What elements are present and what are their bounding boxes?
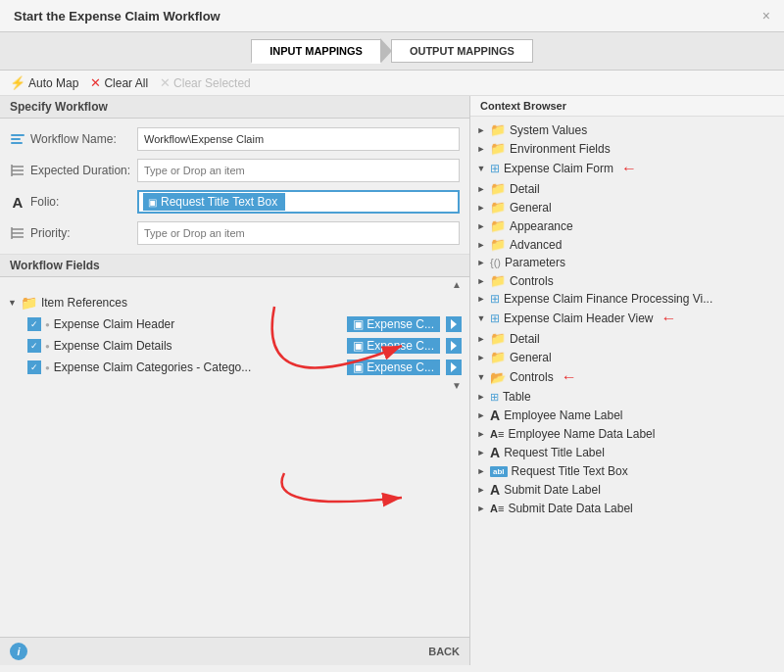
ctx-label: General — [510, 201, 552, 215]
doc-icon: ⊞ — [490, 312, 500, 325]
chip-arrow-button[interactable] — [446, 360, 462, 375]
ctx-general-1[interactable]: ► 📁 General — [470, 198, 784, 216]
ctx-label: Parameters — [505, 256, 565, 269]
folder-icon: 📁 — [490, 122, 506, 137]
ctx-label: Controls — [510, 274, 554, 288]
expected-duration-input[interactable] — [137, 159, 460, 182]
clear-all-label: Clear All — [104, 76, 148, 90]
chip-arrow-button[interactable] — [446, 338, 462, 354]
expand-icon: ► — [476, 144, 486, 154]
clear-all-button[interactable]: ✕ Clear All — [90, 75, 148, 90]
auto-map-icon: ⚡ — [10, 75, 25, 90]
ctx-label: Detail — [510, 332, 540, 346]
expand-icon: ▼ — [476, 164, 486, 173]
svg-rect-1 — [11, 138, 21, 140]
folder-icon: 📁 — [490, 273, 506, 288]
ctx-request-title-label[interactable]: ► A Request Title Label — [470, 443, 784, 462]
tab-output-mappings[interactable]: OUTPUT MAPPINGS — [391, 39, 533, 63]
ctx-submit-date-label[interactable]: ► A Submit Date Label — [470, 480, 784, 500]
expand-icon: ► — [476, 258, 486, 267]
duration-icon — [10, 163, 25, 178]
ctx-expense-claim-finance[interactable]: ► ⊞ Expense Claim Finance Processing Vi.… — [470, 290, 784, 308]
red-arrow-indicator: ← — [662, 310, 677, 327]
expand-icon: ► — [476, 221, 486, 231]
ctx-employee-name-label[interactable]: ► A Employee Name Label — [470, 406, 784, 425]
workflow-name-input[interactable] — [137, 127, 460, 151]
priority-row: Priority: — [10, 220, 460, 246]
ctx-label: Advanced — [510, 238, 562, 252]
doc-icon: ⊞ — [490, 162, 500, 175]
form-area: Workflow Name: Expected Duration: A — [0, 119, 469, 255]
ctx-label: Submit Date Data Label — [508, 502, 632, 515]
ctx-expense-claim-form[interactable]: ▼ ⊞ Expense Claim Form ← — [470, 158, 784, 179]
tree-item-expense-claim-categories[interactable]: ✓ ● Expense Claim Categories - Catego...… — [0, 357, 469, 378]
ctx-label: Employee Name Data Label — [508, 427, 655, 441]
ctx-request-title-textbox[interactable]: ► abl Request Title Text Box — [470, 462, 784, 480]
close-button[interactable]: × — [762, 8, 770, 24]
ctx-label: Employee Name Label — [504, 408, 622, 422]
a-list-icon: A≡ — [490, 503, 504, 514]
tree-item-expense-claim-header[interactable]: ✓ ● Expense Claim Header ▣ Expense C... — [0, 313, 469, 335]
context-tree: ► 📁 System Values ► 📁 Environment Fields… — [470, 117, 784, 665]
ctx-advanced[interactable]: ► 📁 Advanced — [470, 235, 784, 254]
chip-label: Request Title Text Box — [161, 195, 277, 209]
ctx-detail-2[interactable]: ► 📁 Detail — [470, 329, 784, 348]
ctx-parameters[interactable]: ► {() Parameters — [470, 254, 784, 271]
tree-item-label: Item References — [41, 296, 127, 310]
tree-item-label: Expense Claim Details — [54, 339, 172, 353]
ctx-detail-1[interactable]: ► 📁 Detail — [470, 179, 784, 198]
scroll-up-button[interactable]: ▲ — [452, 279, 462, 290]
item-chip: ▣ Expense C... — [347, 338, 440, 354]
expected-duration-label: Expected Duration: — [10, 163, 137, 178]
ctx-system-values[interactable]: ► 📁 System Values — [470, 120, 784, 139]
left-panel: Specify Workflow Workflow Name: — [0, 96, 470, 665]
folder-open-icon: 📂 — [490, 370, 506, 385]
ctx-label: Request Title Label — [504, 446, 605, 459]
priority-input[interactable] — [137, 221, 460, 245]
clear-all-icon: ✕ — [90, 75, 101, 90]
expand-icon: ► — [476, 276, 486, 286]
ctx-appearance[interactable]: ► 📁 Appearance — [470, 216, 784, 235]
ctx-expense-claim-header-view[interactable]: ▼ ⊞ Expense Claim Header View ← — [470, 308, 784, 329]
folder-icon: 📁 — [490, 331, 506, 346]
tab-input-mappings[interactable]: INPUT MAPPINGS — [251, 39, 381, 64]
chip-icon: ▣ — [148, 197, 157, 208]
expand-icon: ► — [476, 334, 486, 344]
ctx-general-2[interactable]: ► 📁 General — [470, 348, 784, 366]
info-icon[interactable]: i — [10, 643, 27, 660]
ctx-label: Appearance — [510, 219, 573, 233]
back-button[interactable]: BACK — [428, 646, 460, 657]
workflow-fields-tree: ▲ ▼ 📁 Item References ✓ ● Expense Claim … — [0, 277, 469, 637]
red-arrow-indicator: ← — [621, 160, 637, 177]
svg-marker-11 — [451, 319, 457, 329]
auto-map-label: Auto Map — [28, 76, 78, 90]
folio-input[interactable]: ▣ Request Title Text Box — [137, 190, 460, 214]
scroll-down-button[interactable]: ▼ — [452, 380, 462, 391]
table-icon: ⊞ — [490, 391, 499, 404]
auto-map-button[interactable]: ⚡ Auto Map — [10, 75, 78, 90]
folder-icon: 📁 — [490, 218, 506, 233]
ctx-label: Submit Date Label — [504, 483, 601, 497]
ctx-table[interactable]: ► ⊞ Table — [470, 388, 784, 406]
tree-item-item-references[interactable]: ▼ 📁 Item References — [0, 292, 469, 313]
chip-arrow-button[interactable] — [446, 316, 462, 332]
expand-icon: ► — [476, 466, 486, 476]
clear-selected-button[interactable]: ✕ Clear Selected — [160, 75, 251, 90]
folder-icon: 📁 — [490, 350, 506, 364]
expand-icon: ► — [476, 240, 486, 250]
chip-icon: ▣ — [353, 317, 364, 331]
main-content: Specify Workflow Workflow Name: — [0, 96, 784, 665]
expand-icon: ▼ — [8, 298, 17, 308]
ctx-controls-2[interactable]: ▼ 📂 Controls ← — [470, 366, 784, 388]
ctx-employee-name-data-label[interactable]: ► A≡ Employee Name Data Label — [470, 425, 784, 443]
svg-marker-12 — [451, 341, 457, 351]
ctx-controls-1[interactable]: ► 📁 Controls — [470, 271, 784, 290]
folder-icon: 📁 — [490, 200, 506, 215]
expand-icon: ► — [476, 410, 486, 420]
ctx-label: Environment Fields — [510, 142, 611, 156]
tree-item-expense-claim-details[interactable]: ✓ ● Expense Claim Details ▣ Expense C... — [0, 335, 469, 357]
ctx-environment-fields[interactable]: ► 📁 Environment Fields — [470, 139, 784, 158]
ctx-submit-date-data-label[interactable]: ► A≡ Submit Date Data Label — [470, 500, 784, 517]
workflow-fields-header: Workflow Fields — [0, 255, 469, 277]
svg-marker-13 — [451, 362, 457, 372]
